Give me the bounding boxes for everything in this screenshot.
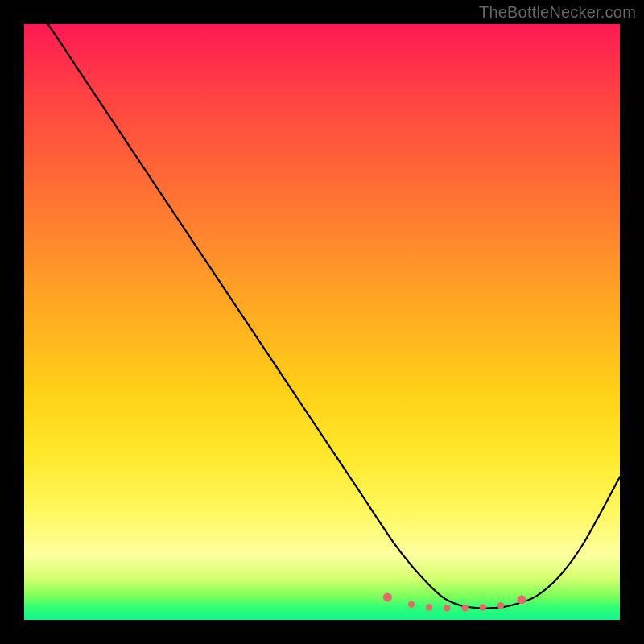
plot-area (24, 24, 620, 620)
watermark-text: TheBottleNecker.com (479, 3, 636, 22)
heat-gradient (24, 24, 620, 620)
chart-stage: TheBottleNecker.com (0, 0, 644, 644)
